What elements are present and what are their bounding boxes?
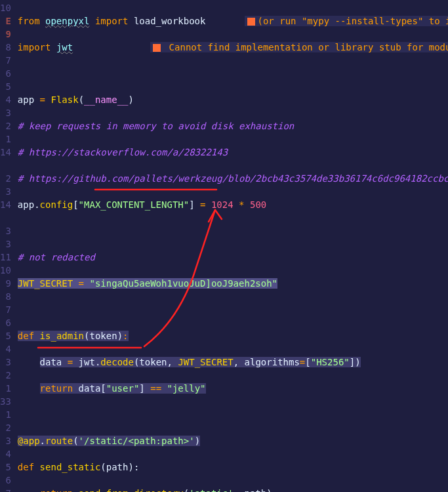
line-number: 6 xyxy=(0,67,11,80)
line-number: 3 xyxy=(0,185,11,198)
line-number: 1 xyxy=(0,133,11,146)
line-number: 8 xyxy=(0,290,11,303)
line-number: 14 xyxy=(0,198,11,211)
line-number: 5 xyxy=(0,329,11,342)
line-number: 10 xyxy=(0,264,11,277)
line-number: 3 xyxy=(0,434,11,447)
line-number: 4 xyxy=(0,93,11,106)
line-number: 6 xyxy=(0,474,11,487)
line-number: 3 xyxy=(0,224,11,237)
line-number: 33 xyxy=(0,395,11,408)
warning-icon xyxy=(247,18,255,26)
line-number: 3 xyxy=(0,356,11,369)
line-number: 1 xyxy=(0,408,11,421)
comment: # not redacted xyxy=(18,252,95,262)
line-number: 7 xyxy=(0,303,11,316)
line-number: 4 xyxy=(0,447,11,461)
module-jwt: jwt xyxy=(56,42,73,52)
diagnostic-jwt: Cannot find implementation or library st… xyxy=(150,42,448,52)
line-number: E 9 xyxy=(0,14,11,28)
line-number-gutter: 10E 987654321142314331110987654321331234… xyxy=(0,0,18,492)
line-number: 3 xyxy=(0,237,11,251)
kw-import2: import xyxy=(18,42,51,52)
line-number: 14 xyxy=(0,146,11,159)
line-number: 2 xyxy=(0,421,11,434)
fn-is-admin: is_admin xyxy=(40,331,84,341)
line-number: 2 xyxy=(0,369,11,382)
kw-import: import xyxy=(95,16,129,26)
line-number: 9 xyxy=(0,277,11,290)
kw-from: from xyxy=(18,16,40,26)
comment: # keep requests in memory to avoid disk … xyxy=(18,121,294,131)
line-number: 11 xyxy=(0,251,11,264)
code-area[interactable]: from openpyxl import load_workbook (or r… xyxy=(18,0,448,492)
line-number: 3 xyxy=(0,106,11,119)
line-number: 1 xyxy=(0,382,11,395)
comment: # https://stackoverflow.com/a/28322143 xyxy=(18,147,228,157)
line-number: 2 xyxy=(0,172,11,185)
code-editor[interactable]: 10E 987654321142314331110987654321331234… xyxy=(0,0,448,492)
flask-call: Flask xyxy=(51,94,78,105)
line-number: 2 xyxy=(0,119,11,133)
line-number xyxy=(0,159,11,172)
line-number: 5 xyxy=(0,80,11,93)
line-number xyxy=(0,211,11,224)
warning-icon-2 xyxy=(153,44,161,52)
line-number: 7 xyxy=(0,487,11,492)
line-number: 6 xyxy=(0,316,11,329)
line-number: 4 xyxy=(0,342,11,356)
diagnostic-mypy: (or run "mypy --install-types" to inst xyxy=(245,16,449,26)
line-number: 7 xyxy=(0,54,11,67)
jwt-secret-name: JWT_SECRET xyxy=(18,278,73,289)
import-target: load_workbook xyxy=(134,16,206,26)
jwt-secret-value: "singaQu5aeWoh1vuoJuD]ooJ9aeh2soh" xyxy=(89,278,277,289)
line-number: 10 xyxy=(0,1,11,14)
line-number: 8 xyxy=(0,41,11,54)
comment: # https://github.com/pallets/werkzeug/bl… xyxy=(18,173,448,184)
var-app: app xyxy=(18,94,34,105)
line-number: 5 xyxy=(0,461,11,474)
fn-send-static: send_static xyxy=(40,462,101,472)
module-openpyxl: openpyxl xyxy=(45,16,89,26)
